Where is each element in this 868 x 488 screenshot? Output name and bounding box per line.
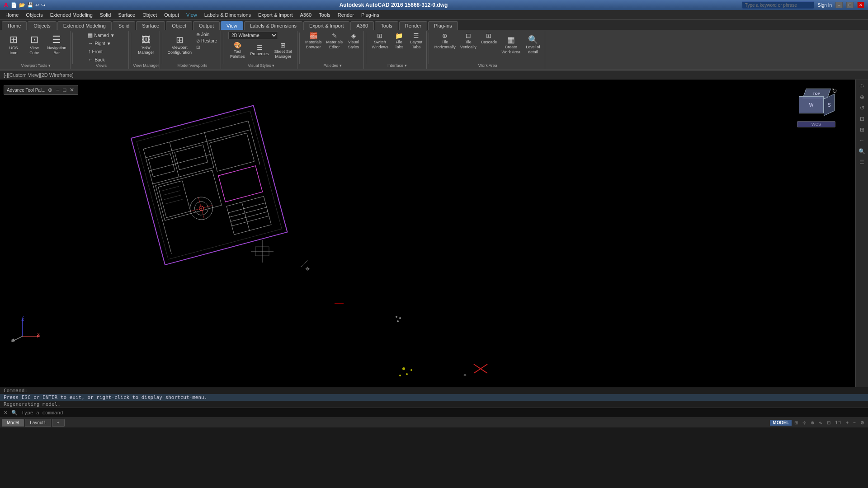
sheet-set-manager-button[interactable]: ⊞ Sheet SetManager	[273, 41, 294, 60]
tab-extended-modeling[interactable]: Extended Modeling	[57, 21, 112, 30]
sign-in-button[interactable]: Sign In	[818, 3, 832, 8]
undo-icon[interactable]: ↩	[35, 2, 39, 8]
menu-labels-dimensions[interactable]: Labels & Dimensions	[201, 11, 255, 19]
join-button[interactable]: ⊕Join	[194, 32, 219, 38]
menu-output[interactable]: Output	[160, 11, 183, 19]
named-vp-button[interactable]: ⊡	[194, 44, 219, 50]
menu-a360[interactable]: A360	[296, 11, 315, 19]
grid-toggle[interactable]: ⊞	[793, 420, 800, 425]
tile-vertically-button[interactable]: ⊟ TileVertically	[458, 32, 478, 51]
add-layout-button[interactable]: +	[52, 419, 65, 427]
model-indicator[interactable]: MODEL	[770, 420, 792, 426]
menu-extended-modeling[interactable]: Extended Modeling	[47, 11, 96, 19]
menu-surface[interactable]: Surface	[114, 11, 139, 19]
right-dropdown-arrow[interactable]: ▼	[107, 41, 111, 46]
right-view-button[interactable]: → Right ▼	[86, 40, 113, 47]
zoom-window-icon[interactable]: ⊞	[857, 125, 867, 135]
open-icon[interactable]: 📂	[19, 2, 25, 8]
maximize-button[interactable]: □	[846, 2, 854, 8]
tab-output[interactable]: Output	[193, 21, 220, 30]
tab-plugins[interactable]: Plug-ins	[428, 21, 458, 30]
materials-browser-button[interactable]: 🧱 MaterialsBrowser	[303, 32, 324, 51]
group-viewport-tools-label[interactable]: Viewport Tools ▾	[2, 63, 70, 68]
create-work-area-button[interactable]: ▦ CreateWork Area	[500, 32, 522, 59]
viewcube-front[interactable]: W	[799, 96, 824, 113]
zoom-in-button[interactable]: +	[844, 420, 850, 425]
close-command-button[interactable]: ✕	[4, 410, 8, 416]
viewcube-rotate-icon[interactable]: ↻	[832, 87, 837, 94]
search-input[interactable]	[742, 1, 814, 9]
front-view-button[interactable]: ↑ Front	[86, 48, 104, 55]
canvas-area[interactable]: Advance Tool Pal... ⊕ – □ ✕	[0, 80, 855, 387]
new-icon[interactable]: 📄	[11, 2, 17, 8]
menu-object[interactable]: Object	[139, 11, 160, 19]
layout-tabs-button[interactable]: ☰ LayoutTabs	[408, 32, 425, 51]
redo-icon[interactable]: ↪	[41, 2, 45, 8]
properties-button[interactable]: ☰ Properties	[249, 41, 271, 60]
menu-export-import[interactable]: Export & Import	[255, 11, 296, 19]
ucs-icon-button[interactable]: ⊞ UCSIcon	[4, 32, 24, 59]
group-visual-styles-label[interactable]: Visual Styles ▾	[225, 63, 297, 68]
tab-objects[interactable]: Objects	[28, 21, 56, 30]
menu-tools[interactable]: Tools	[315, 11, 334, 19]
tab-home[interactable]: Home	[2, 21, 27, 30]
zoom-realtime-icon[interactable]: 🔍	[857, 146, 867, 156]
menu-home[interactable]: Home	[2, 11, 22, 19]
view-cube-button[interactable]: ⊡ ViewCube	[24, 32, 44, 59]
menu-render[interactable]: Render	[334, 11, 358, 19]
wcs-badge[interactable]: WCS	[797, 121, 835, 127]
polar-toggle[interactable]: ∿	[817, 420, 824, 425]
viewport-config-button[interactable]: ⊞ ViewportConfiguration	[166, 32, 194, 59]
zoom-out-button[interactable]: −	[851, 420, 858, 425]
group-interface-label[interactable]: Interface ▾	[368, 63, 426, 68]
file-tabs-button[interactable]: 📁 FileTabs	[391, 32, 407, 51]
snap-toggle[interactable]: ⊹	[801, 420, 808, 425]
tab-export[interactable]: Export & Import	[303, 21, 349, 30]
layout1-tab[interactable]: Layout1	[25, 419, 51, 427]
orbit-icon[interactable]: ↺	[857, 103, 867, 113]
zoom-extents-icon[interactable]: ⊡	[857, 114, 867, 124]
named-dropdown-arrow[interactable]: ▼	[110, 33, 115, 38]
tab-tools[interactable]: Tools	[375, 21, 398, 30]
save-icon[interactable]: 💾	[27, 2, 33, 8]
view-manager-button[interactable]: 🖼 ViewManager	[136, 32, 156, 59]
visual-styles-palette-button[interactable]: ◈ VisualStyles	[345, 32, 362, 51]
visual-style-dropdown[interactable]: 2D Wireframe 3D Wireframe Conceptual Rea…	[228, 32, 278, 39]
command-search-icon[interactable]: 🔍	[11, 410, 18, 416]
menu-view[interactable]: View	[183, 11, 201, 19]
model-tab[interactable]: Model	[2, 419, 24, 427]
tab-labels[interactable]: Labels & Dimensions	[244, 21, 302, 30]
tab-view[interactable]: View	[221, 21, 243, 30]
minimize-button[interactable]: –	[835, 2, 843, 8]
ortho-toggle[interactable]: ⊕	[809, 420, 816, 425]
zoom-icon[interactable]: ⊕	[857, 92, 867, 102]
level-of-detail-button[interactable]: 🔍 Level ofdetail	[523, 32, 543, 59]
menu-objects[interactable]: Objects	[22, 11, 46, 19]
osnap-toggle[interactable]: ⊡	[825, 420, 832, 425]
menu-plugins[interactable]: Plug-ins	[358, 11, 383, 19]
app-logo-icon[interactable]: A	[4, 1, 8, 9]
restore-button[interactable]: ⊘Restore	[194, 38, 219, 44]
zoom-previous-icon[interactable]: ←	[857, 136, 867, 145]
named-view-button[interactable]: ▦ Named ▼	[86, 32, 116, 39]
tab-a360[interactable]: A360	[350, 21, 374, 30]
close-button[interactable]: ✕	[857, 2, 864, 8]
tab-object[interactable]: Object	[166, 21, 192, 30]
command-input[interactable]	[21, 410, 864, 416]
navigation-bar-button[interactable]: ☰ NavigationBar	[45, 32, 68, 59]
viewcube[interactable]: TOP W S ↻ WCS	[797, 86, 835, 127]
tool-palettes-button[interactable]: 🎨 ToolPalettes	[228, 41, 247, 60]
properties-sidebar-icon[interactable]: ☰	[857, 157, 867, 167]
switch-windows-button[interactable]: ⊞ SwitchWindows	[370, 32, 390, 51]
menu-solid[interactable]: Solid	[96, 11, 114, 19]
tab-solid[interactable]: Solid	[113, 21, 135, 30]
tab-render[interactable]: Render	[399, 21, 427, 30]
drawing-canvas[interactable]: ⌖ ⌖	[0, 80, 855, 387]
materials-editor-button[interactable]: ✎ MaterialsEditor	[325, 32, 345, 51]
tile-horizontally-button[interactable]: ⊕ TileHorizontally	[433, 32, 458, 51]
group-palettes-label[interactable]: Palettes ▾	[302, 63, 363, 68]
tab-surface[interactable]: Surface	[136, 21, 165, 30]
cascade-button[interactable]: ⊞ Cascade	[479, 32, 499, 46]
back-view-button[interactable]: ← Back	[86, 56, 106, 63]
pan-icon[interactable]: ☩	[857, 81, 867, 91]
